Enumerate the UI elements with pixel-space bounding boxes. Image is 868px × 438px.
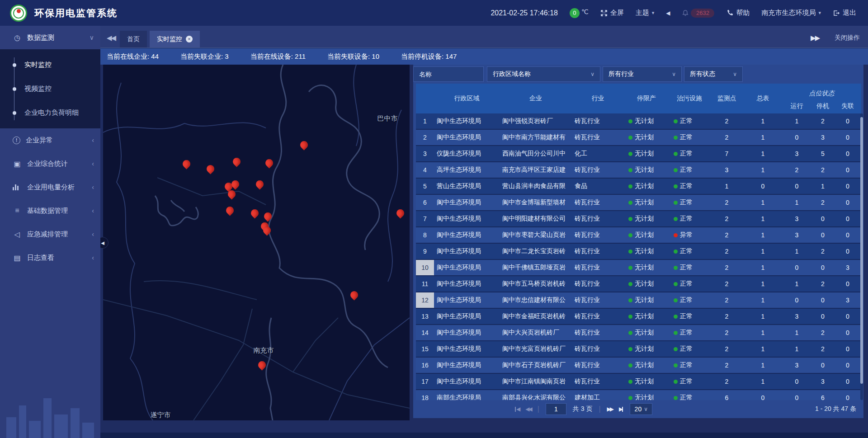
cell-stop: 2 bbox=[811, 113, 834, 129]
exit-button[interactable]: 退出 bbox=[833, 9, 856, 17]
sidebar-item-power-analysis[interactable]: 企业用电量分析‹ bbox=[0, 175, 100, 199]
table-row[interactable]: 17阆中生态环境局阆中市江南镇阆南页岩砖瓦行业无计划正常21030 bbox=[416, 374, 861, 390]
temperature-value: 0 bbox=[570, 8, 580, 18]
bullet-dot-icon bbox=[13, 111, 16, 115]
cell-run: 2 bbox=[782, 162, 811, 178]
cell-stop: 2 bbox=[811, 244, 834, 259]
bottom-strip bbox=[100, 433, 868, 438]
cell-limit-status: 无计划 bbox=[624, 130, 669, 145]
cell-lost: 3 bbox=[834, 292, 861, 308]
status-dot-green bbox=[628, 233, 632, 237]
row-number: 6 bbox=[416, 195, 434, 210]
table-row[interactable]: 16阆中生态环境局阆中市石子页岩机砖厂砖瓦行业无计划正常21300 bbox=[416, 358, 861, 374]
status-select[interactable]: 所有状态 ∨ bbox=[684, 66, 743, 82]
tab-realtime[interactable]: 实时监控× bbox=[150, 31, 200, 47]
table-row[interactable]: 9阆中生态环境局阆中市二龙长宝页岩砖砖瓦行业无计划正常21120 bbox=[416, 244, 861, 260]
fullscreen-button[interactable]: 全屏 bbox=[600, 9, 624, 17]
name-search-input[interactable] bbox=[419, 71, 478, 78]
cell-limit-status: 无计划 bbox=[624, 260, 669, 275]
table-row[interactable]: 6阆中生态环境局阆中市金博瑞新型墙材砖瓦行业无计划正常21120 bbox=[416, 195, 861, 211]
status-dot-green bbox=[628, 347, 632, 351]
cell-meters: 0 bbox=[744, 390, 782, 400]
limit-status-label: 无计划 bbox=[635, 345, 654, 353]
limit-status-label: 无计划 bbox=[635, 394, 654, 400]
sidebar-subitem-label: 视频监控 bbox=[24, 85, 52, 93]
table-row[interactable]: 4高坪生态环境局南充市高坪区王家店建砖瓦行业无计划正常31220 bbox=[416, 162, 861, 179]
tab-scroll-right-icon[interactable]: ▶▶ bbox=[811, 34, 819, 42]
region-select[interactable]: 行政区域名称 ∨ bbox=[487, 66, 600, 82]
close-operations-button[interactable]: 关闭操作 bbox=[835, 34, 860, 42]
cell-industry: 砖瓦行业 bbox=[572, 195, 624, 210]
last-page-button[interactable]: ▶ bbox=[619, 406, 623, 412]
industry-select[interactable]: 所有行业 ∨ bbox=[603, 66, 682, 82]
page-number-input[interactable]: 1 bbox=[546, 403, 566, 415]
cell-run: 1 bbox=[782, 341, 811, 357]
map-panel[interactable]: 巴中市南充市遂宁市 bbox=[103, 65, 410, 420]
megaphone-icon: ◁ bbox=[13, 230, 22, 239]
notification-bell[interactable]: 2632 bbox=[682, 9, 714, 18]
cell-stop: 1 bbox=[811, 179, 834, 194]
stats-bar: 当前在线企业: 44当前失联企业: 3当前在线设备: 211当前失联设备: 10… bbox=[100, 48, 868, 65]
prev-page-button[interactable]: ◀◀ bbox=[525, 406, 531, 412]
tab-scroll-left-icon[interactable]: ◀◀ bbox=[107, 34, 115, 42]
speaker-icon[interactable]: ◀ bbox=[666, 10, 670, 16]
first-page-button[interactable]: ◀ bbox=[514, 406, 519, 412]
cell-limit-status: 无计划 bbox=[624, 244, 669, 259]
sidebar-item-base-data[interactable]: ≡基础数据管理‹ bbox=[0, 199, 100, 222]
page-size-select[interactable]: 20 ∨ bbox=[630, 403, 652, 415]
table-row[interactable]: 7阆中生态环境局阆中明阳建材有限公司砖瓦行业无计划正常21300 bbox=[416, 211, 861, 227]
cell-industry: 建材加工 bbox=[572, 390, 624, 400]
status-dot-green bbox=[674, 396, 678, 400]
cell-points: 3 bbox=[710, 162, 744, 178]
sidebar-item-emergency-reduction[interactable]: ◁应急减排管理‹ bbox=[0, 222, 100, 246]
cell-meters: 1 bbox=[744, 130, 782, 145]
cell-meters: 1 bbox=[744, 276, 782, 292]
table-row[interactable]: 12阆中生态环境局阆中市忠信建材有限公砖瓦行业无计划正常21003 bbox=[416, 292, 861, 309]
row-number: 2 bbox=[416, 130, 434, 145]
sidebar-subitem-realtime-monitor[interactable]: 实时监控 bbox=[0, 53, 100, 77]
table-row[interactable]: 1阆中生态环境局阆中强锐页岩砖厂砖瓦行业无计划正常21120 bbox=[416, 113, 861, 130]
sidebar-item-data-monitor[interactable]: ◷数据监测∨ bbox=[0, 26, 100, 49]
bar-chart-icon bbox=[13, 184, 22, 190]
sidebar-subitem-video-monitor[interactable]: 视频监控 bbox=[0, 77, 100, 101]
app-root: { "header": { "app_title": "环保用电监管系统", "… bbox=[0, 0, 868, 438]
cell-facility-status: 异常 bbox=[669, 227, 710, 243]
row-number: 3 bbox=[416, 146, 434, 161]
cell-facility-status: 正常 bbox=[669, 179, 710, 194]
sidebar-item-enterprise-abnormal[interactable]: !企业异常‹ bbox=[0, 128, 100, 152]
sidebar-subitem-power-load-detail[interactable]: 企业电力负荷明细 bbox=[0, 101, 100, 125]
cell-region: 阆中生态环境局 bbox=[434, 195, 500, 210]
row-number: 5 bbox=[416, 179, 434, 194]
cell-region: 营山生态环境局 bbox=[434, 179, 500, 194]
table-row[interactable]: 15阆中生态环境局阆中市光富页岩机砖厂砖瓦行业无计划正常21120 bbox=[416, 341, 861, 358]
next-page-button[interactable]: ▶▶ bbox=[607, 406, 613, 412]
close-icon[interactable]: × bbox=[186, 36, 193, 42]
cell-run: 1 bbox=[782, 244, 811, 259]
cell-stop: 6 bbox=[811, 390, 834, 400]
tab-home[interactable]: 首页 bbox=[120, 31, 147, 47]
table-row[interactable]: 18南部生态环境局南部县兴化水泥有限公建材加工无计划正常60060 bbox=[416, 390, 861, 400]
sidebar-item-log-view[interactable]: ▤日志查看‹ bbox=[0, 246, 100, 269]
status-dot-green bbox=[628, 217, 632, 221]
table-row[interactable]: 10阆中生态环境局阆中千佛镇五郎垭页岩砖瓦行业无计划正常21003 bbox=[416, 260, 861, 276]
table-scrollbar[interactable] bbox=[860, 113, 863, 400]
cell-lost: 0 bbox=[834, 309, 861, 324]
table-row[interactable]: 2阆中生态环境局阆中市南方节能建材有砖瓦行业无计划正常21030 bbox=[416, 130, 861, 146]
org-dropdown[interactable]: 南充市生态环境局 ▾ bbox=[761, 9, 821, 17]
cell-company: 阆中市石子页岩机砖厂 bbox=[500, 358, 572, 373]
help-button[interactable]: 帮助 bbox=[726, 9, 750, 17]
table-row[interactable]: 14阆中生态环境局阆中大兴页岩机砖厂砖瓦行业无计划正常21120 bbox=[416, 325, 861, 341]
table-row[interactable]: 3仪陇生态环境局西南油气田分公司川中化工无计划正常71350 bbox=[416, 146, 861, 162]
help-label: 帮助 bbox=[736, 9, 750, 17]
cell-points: 2 bbox=[710, 292, 744, 308]
limit-status-label: 无计划 bbox=[635, 264, 654, 272]
cell-facility-status: 正常 bbox=[669, 130, 710, 145]
cell-industry: 砖瓦行业 bbox=[572, 341, 624, 357]
table-row[interactable]: 11阆中生态环境局阆中市五马桥页岩机砖砖瓦行业无计划正常21120 bbox=[416, 276, 861, 292]
table-row[interactable]: 13阆中生态环境局阆中市金福旺页岩机砖砖瓦行业无计划正常21300 bbox=[416, 309, 861, 325]
table-row[interactable]: 8阆中生态环境局阆中市枣碧大梁山页岩砖瓦行业无计划异常21300 bbox=[416, 227, 861, 244]
cell-region: 阆中生态环境局 bbox=[434, 227, 500, 243]
theme-dropdown[interactable]: 主题 ▾ bbox=[636, 9, 655, 17]
sidebar-item-enterprise-stats[interactable]: ▣企业综合统计‹ bbox=[0, 152, 100, 175]
table-row[interactable]: 5营山生态环境局营山县润丰肉食品有限食品无计划正常10010 bbox=[416, 179, 861, 195]
